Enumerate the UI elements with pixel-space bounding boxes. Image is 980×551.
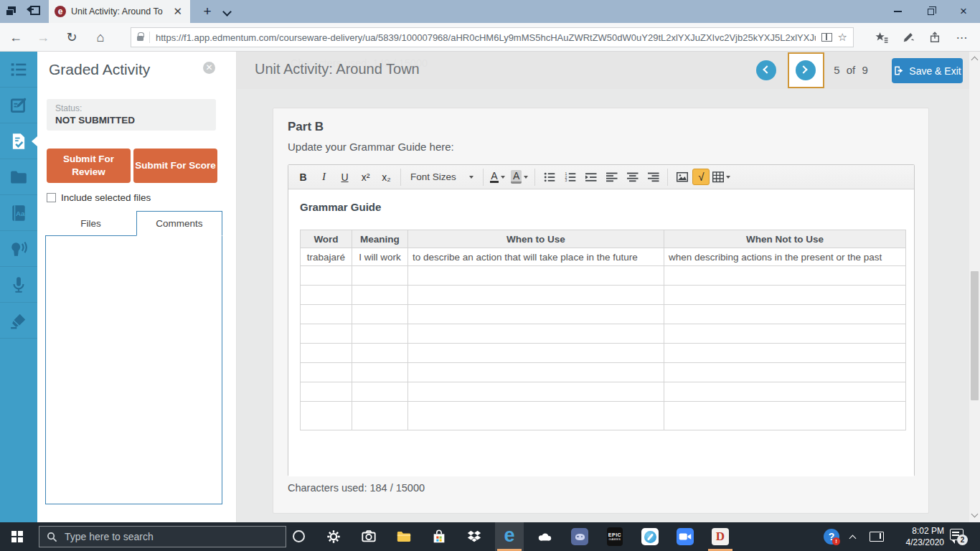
- next-page-focus-ring: [788, 52, 824, 88]
- forward-button[interactable]: →: [30, 23, 56, 52]
- submit-for-score-button[interactable]: Submit For Score: [133, 149, 217, 183]
- camera-app-icon[interactable]: [354, 522, 383, 551]
- tab-files[interactable]: Files: [45, 211, 136, 236]
- panel-title: Graded Activity: [49, 61, 150, 78]
- dropbox-icon[interactable]: [460, 522, 489, 551]
- favorites-hub-icon[interactable]: [868, 23, 895, 52]
- window-close-button[interactable]: ×: [947, 0, 980, 23]
- settings-more-icon[interactable]: ⋯: [948, 23, 975, 52]
- new-tab-button[interactable]: +: [195, 0, 220, 23]
- text-color-button[interactable]: A: [487, 168, 508, 187]
- insert-table-button[interactable]: [710, 168, 733, 187]
- taskbar-search-input[interactable]: Type here to search: [39, 526, 286, 547]
- search-icon: [47, 532, 57, 542]
- edit-note-icon[interactable]: [0, 88, 37, 123]
- d-app-icon[interactable]: D: [706, 522, 735, 551]
- insert-image-button[interactable]: [672, 168, 692, 187]
- panel-tabs: Files Comments: [45, 211, 222, 236]
- soundcloud-icon[interactable]: [530, 522, 559, 551]
- file-explorer-icon[interactable]: [390, 522, 418, 551]
- superscript-button[interactable]: x²: [355, 168, 376, 187]
- col-word[interactable]: Word: [301, 230, 352, 248]
- refresh-button[interactable]: ↻: [59, 23, 85, 52]
- tab-comments[interactable]: Comments: [136, 211, 222, 236]
- microsoft-store-icon[interactable]: [425, 522, 453, 551]
- discord-icon[interactable]: [565, 522, 594, 551]
- get-help-tray-icon[interactable]: ? !: [824, 529, 839, 545]
- reading-view-icon[interactable]: [821, 33, 832, 42]
- browser-tab[interactable]: e Unit Activity: Around To ✕: [49, 0, 190, 23]
- compass-app-icon[interactable]: [636, 522, 664, 551]
- microphone-icon[interactable]: [0, 267, 37, 303]
- dictionary-icon[interactable]: Aa: [0, 195, 37, 231]
- next-page-button[interactable]: [796, 60, 816, 80]
- read-aloud-icon[interactable]: [0, 231, 37, 267]
- align-center-button[interactable]: [622, 168, 643, 187]
- scrollbar-thumb[interactable]: [971, 271, 979, 400]
- tablet-mode-tray-icon[interactable]: [870, 532, 884, 542]
- comments-tab-content[interactable]: [45, 235, 222, 504]
- zoom-app-icon[interactable]: [671, 522, 699, 551]
- rich-text-editor[interactable]: B I U x² x₂ Font Sizes A A: [288, 164, 915, 476]
- epic-games-icon[interactable]: EPIC GAMES: [600, 522, 629, 551]
- panel-close-icon[interactable]: ✕: [203, 62, 215, 74]
- scroll-down-icon[interactable]: [971, 512, 978, 518]
- favorite-star-icon[interactable]: ☆: [838, 31, 847, 44]
- font-sizes-dropdown[interactable]: Font Sizes: [405, 168, 479, 187]
- align-right-button[interactable]: [643, 168, 664, 187]
- tray-chevron-up-icon[interactable]: [849, 534, 857, 542]
- save-and-exit-button[interactable]: Save & Exit: [892, 58, 963, 83]
- underline-button[interactable]: U: [334, 168, 355, 187]
- address-bar[interactable]: https://f1.app.edmentum.com/courseware-d…: [131, 27, 854, 47]
- taskbar-clock[interactable]: 8:02 PM 4/23/2020: [891, 525, 944, 548]
- activity-header: Unit Activity: Around Town 5 of 9 Save &…: [237, 52, 969, 89]
- window-minimize-button[interactable]: [881, 0, 914, 23]
- action-center-icon[interactable]: 2: [950, 528, 967, 545]
- url-text[interactable]: https://f1.app.edmentum.com/courseware-d…: [156, 32, 816, 43]
- bullet-list-button[interactable]: [539, 168, 560, 187]
- grammar-guide-table[interactable]: Word Meaning When to Use When Not to Use…: [300, 230, 906, 430]
- graded-activity-icon[interactable]: [0, 123, 37, 159]
- settings-gear-icon[interactable]: [319, 522, 348, 551]
- indent-button[interactable]: [580, 168, 601, 187]
- tab-close-icon[interactable]: ✕: [171, 5, 184, 18]
- scroll-up-icon[interactable]: [971, 56, 978, 62]
- tab-list-chevron-icon[interactable]: [224, 9, 231, 16]
- tab-preview-icon[interactable]: [27, 4, 42, 17]
- start-button[interactable]: [0, 522, 34, 551]
- cell-when-to-use[interactable]: to describe an action that will take pla…: [408, 248, 664, 266]
- previous-page-button[interactable]: [756, 60, 776, 80]
- home-button[interactable]: ⌂: [88, 23, 113, 52]
- bold-button[interactable]: B: [293, 168, 314, 187]
- cell-meaning[interactable]: I will work: [352, 248, 408, 266]
- window-restore-button[interactable]: [914, 0, 947, 23]
- edge-browser-icon[interactable]: e: [495, 522, 524, 551]
- include-files-checkbox[interactable]: [47, 193, 56, 202]
- highlight-color-button[interactable]: A: [508, 168, 531, 187]
- table-header-row: Word Meaning When to Use When Not to Use: [301, 230, 906, 248]
- outline-list-icon[interactable]: [0, 52, 37, 88]
- subscript-button[interactable]: x₂: [376, 168, 397, 187]
- col-meaning[interactable]: Meaning: [352, 230, 408, 248]
- col-when-not-to-use[interactable]: When Not to Use: [664, 230, 906, 248]
- cell-word[interactable]: trabajaré: [301, 248, 352, 266]
- equation-button[interactable]: √: [692, 169, 710, 185]
- folder-icon[interactable]: [0, 159, 37, 195]
- annotate-pen-icon[interactable]: [895, 23, 921, 52]
- back-button[interactable]: ←: [3, 23, 29, 52]
- cell-when-not-to-use[interactable]: when describing actions in the present o…: [664, 248, 906, 266]
- share-icon[interactable]: [921, 23, 948, 52]
- browser-toolbar: ← → ↻ ⌂ https://f1.app.edmentum.com/cour…: [0, 23, 980, 52]
- editor-content[interactable]: Grammar Guide Word Meaning When to Use W…: [288, 189, 914, 476]
- submit-for-review-button[interactable]: Submit For Review: [47, 149, 131, 183]
- set-tabs-aside-icon[interactable]: [6, 5, 20, 18]
- highlighter-icon[interactable]: [0, 303, 37, 339]
- italic-button[interactable]: I: [314, 168, 334, 187]
- numbered-list-button[interactable]: 123: [560, 168, 580, 187]
- save-and-exit-label: Save & Exit: [909, 65, 961, 77]
- vertical-scrollbar[interactable]: [969, 52, 980, 522]
- align-left-button[interactable]: [601, 168, 622, 187]
- grammar-guide-heading[interactable]: Grammar Guide: [300, 201, 381, 213]
- cortana-icon[interactable]: [293, 530, 305, 542]
- col-when-to-use[interactable]: When to Use: [408, 230, 664, 248]
